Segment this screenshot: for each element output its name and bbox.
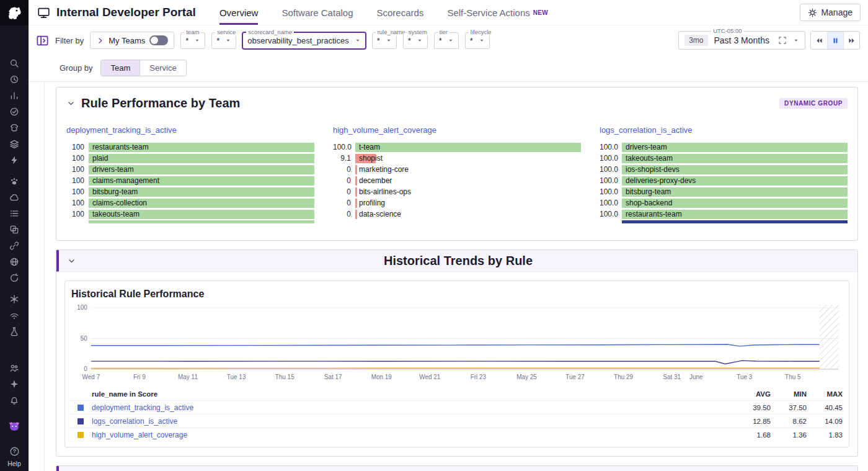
tab-label: Self-Service Actions [447, 7, 529, 18]
bar-fill [89, 154, 314, 163]
tab-self-service-actions[interactable]: Self-Service ActionsNEW [447, 0, 548, 25]
sidebar-item-flask[interactable] [0, 323, 29, 339]
sidebar-item-history[interactable] [0, 71, 29, 87]
svg-text:?: ? [12, 448, 16, 454]
tab-overview[interactable]: Overview [219, 0, 259, 25]
bar-label: bitsburg-team [626, 187, 671, 197]
bar-value: 9.1 [333, 154, 355, 163]
legend-row[interactable]: logs_correlation_is_active12.858.6214.09 [70, 415, 843, 428]
svg-text:50: 50 [81, 335, 88, 342]
bar-chart-title-link[interactable]: deployment_tracking_is_active [66, 125, 177, 135]
bar-row[interactable]: 100takeouts-team [66, 209, 314, 220]
tab-software-catalog[interactable]: Software Catalog [281, 0, 353, 25]
forward-button[interactable] [843, 32, 859, 49]
bar-row[interactable]: 100.0drivers-team [600, 141, 848, 153]
group-by-option-team[interactable]: Team [101, 60, 140, 76]
bar-row[interactable]: 100bitsburg-team [66, 186, 314, 197]
historical-widget: Historical Rule Performance 050100Wed 7F… [64, 280, 849, 447]
sidebar-item-help[interactable]: ? [0, 443, 29, 459]
bar-row[interactable]: 100.0takeouts-team [600, 153, 848, 164]
bar-row[interactable]: 9.1shopist [333, 153, 581, 164]
legend-stat-col-max: MAX [807, 390, 843, 398]
manage-button[interactable]: Manage [800, 4, 861, 21]
series-name-link[interactable]: high_volume_alert_coverage [92, 431, 726, 439]
bar-chart-title-link[interactable]: high_volume_alert_coverage [333, 125, 436, 135]
sidebar-item-snowflake[interactable] [0, 291, 29, 307]
sidebar-item-layers[interactable] [0, 136, 29, 152]
bar-row[interactable]: 100.0restaurants-team [600, 209, 848, 220]
my-teams-control[interactable]: My Teams [90, 32, 174, 49]
datadog-dog-icon [6, 5, 22, 21]
sidebar-item-bolt[interactable] [0, 152, 29, 168]
filter-tier[interactable]: tier* [434, 32, 459, 49]
my-teams-toggle[interactable] [149, 35, 168, 45]
filter-service[interactable]: service* [211, 32, 236, 49]
filter-system[interactable]: system* [403, 32, 428, 49]
bar-row[interactable]: 100.0t-team [333, 141, 581, 153]
dashboard-content: Rule Performance by Team DYNAMIC GROUP d… [29, 82, 868, 471]
series-name-link[interactable]: deployment_tracking_is_active [92, 403, 726, 412]
datadog-logo[interactable] [0, 0, 29, 25]
filter-scorecard_name[interactable]: scorecard_nameobservability_best_practic… [242, 32, 365, 49]
rewind-button[interactable] [811, 32, 827, 49]
sidebar-item-list[interactable] [0, 205, 29, 222]
sidebar-item-link[interactable] [0, 238, 29, 254]
sidebar-item-signal[interactable] [0, 307, 29, 323]
bar-row[interactable]: 100.0deliveries-proxy-devs [600, 175, 848, 186]
collapse-chevron-icon[interactable] [66, 99, 76, 108]
bar-label: takeouts-team [626, 154, 673, 163]
svg-text:Thu 29: Thu 29 [614, 374, 633, 380]
tab-scorecards[interactable]: Scorecards [377, 0, 424, 25]
bar-row[interactable]: 100.0ios-shopist-devs [600, 164, 848, 175]
collapse-panel-icon[interactable] [36, 34, 49, 47]
bar-row[interactable]: 100claims-management [66, 175, 314, 186]
filter-lifecycle[interactable]: lifecycle* [465, 32, 490, 49]
bar-value: 100 [66, 176, 89, 185]
bar-chart-title-link[interactable]: logs_correlation_is_active [600, 125, 693, 135]
sidebar-item-people[interactable] [0, 360, 29, 376]
bar-row[interactable]: 100.0bitsburg-team [600, 186, 848, 197]
legend-row[interactable]: high_volume_alert_coverage1.681.361.83 [70, 428, 843, 442]
historical-line-chart[interactable]: 050100Wed 7Fri 9May 11Tue 13Thu 15Sat 17… [70, 302, 843, 384]
time-range-picker[interactable]: UTC-05:00 3mo Past 3 Months [678, 31, 805, 50]
bar-row[interactable]: 100claims-collection [66, 197, 314, 209]
pause-button[interactable] [827, 32, 843, 49]
bar-row[interactable]: 100plaid [66, 153, 314, 164]
caret-down-icon [225, 37, 231, 43]
bar-row[interactable]: 100drivers-team [66, 164, 314, 175]
bar-value: 100 [66, 199, 89, 207]
bar-row[interactable]: 100restaurants-team [66, 141, 314, 153]
bar-row[interactable]: 0marketing-core [333, 164, 581, 175]
bar-fill [355, 176, 357, 186]
svg-text:May 25: May 25 [516, 374, 537, 380]
bar-row[interactable]: 100.0shop-backend [600, 197, 848, 209]
sidebar-item-check-circle[interactable] [0, 104, 29, 120]
sidebar-item-bell[interactable] [0, 392, 29, 408]
sidebar-item-bar-chart[interactable] [0, 87, 29, 104]
bar-value: 0 [333, 199, 355, 207]
sidebar-item-squares[interactable] [0, 222, 29, 238]
legend-row[interactable]: deployment_tracking_is_active39.5037.504… [70, 401, 843, 415]
collapse-chevron-icon[interactable] [67, 256, 76, 266]
series-name-link[interactable]: logs_correlation_is_active [92, 417, 726, 426]
zoom-reset-icon[interactable] [778, 36, 787, 45]
bar-row[interactable]: 0bits-airlines-ops [333, 186, 581, 197]
nav-tabs: OverviewSoftware CatalogScorecardsSelf-S… [219, 0, 572, 25]
group-by-option-service[interactable]: Service [140, 60, 185, 76]
content-divider [44, 82, 45, 471]
group-by-bar: Group by TeamService [29, 54, 868, 82]
sidebar-item-sparkle[interactable] [0, 376, 29, 392]
sidebar-item-cloud[interactable] [0, 189, 29, 205]
bar-row[interactable]: 0profiling [333, 197, 581, 209]
bar-row[interactable]: 0data-science [333, 209, 581, 220]
sidebar-item-bits-ai[interactable] [0, 418, 29, 434]
filter-team[interactable]: team* [180, 32, 205, 49]
sidebar-item-search[interactable] [0, 55, 29, 71]
bar-value: 100.0 [600, 187, 622, 196]
sidebar-item-dog[interactable] [0, 120, 29, 136]
filter-rule_name[interactable]: rule_name* [372, 32, 397, 49]
sidebar-item-paw[interactable] [0, 173, 29, 189]
sidebar-item-refresh[interactable] [0, 270, 29, 286]
sidebar-item-globe[interactable] [0, 254, 29, 270]
bar-row[interactable]: 0december [333, 175, 581, 186]
